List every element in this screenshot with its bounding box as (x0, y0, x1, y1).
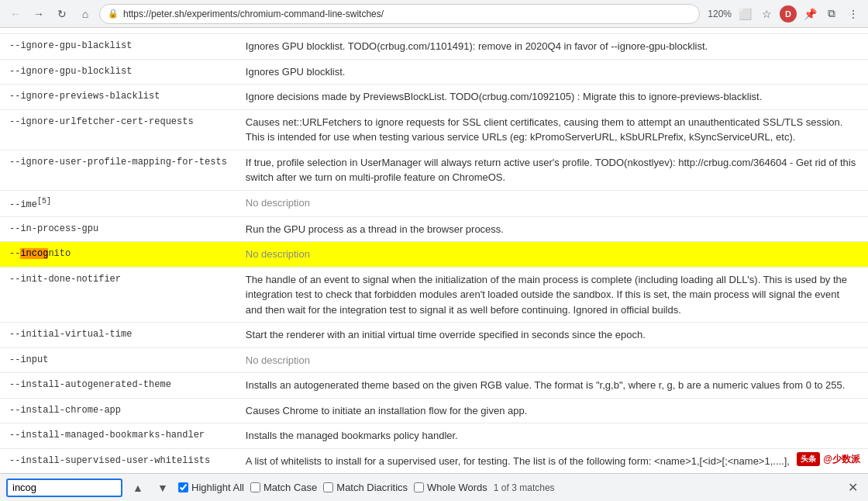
table-row: --ignore-user-profile-mapping-for-testsI… (0, 150, 868, 190)
find-bar: ▲ ▼ Highlight All Match Case Match Diacr… (0, 473, 868, 501)
no-description-text: No description (246, 248, 310, 260)
match-diacritics-text: Match Diacritics (336, 482, 408, 493)
description-cell: A list of whitelists to install for a su… (236, 448, 868, 473)
zoom-level: 120% (708, 9, 732, 19)
find-input[interactable] (6, 479, 122, 497)
table-row: --ignore-gpu-blacklistIgnores GPU blockl… (0, 34, 868, 60)
description-cell: Installs the managed bookmarks policy ha… (236, 423, 868, 449)
description-cell: No description (236, 242, 868, 268)
switch-cell: --install-autogenerated-theme (0, 373, 236, 399)
pin-button[interactable]: 📌 (801, 5, 818, 22)
switch-cell: --in-process-gpu (0, 216, 236, 242)
refresh-button[interactable]: ↻ (53, 5, 71, 23)
description-cell: Ignores GPU blocklist. TODO(crbug.com/11… (236, 34, 868, 60)
whole-words-checkbox[interactable] (414, 482, 424, 492)
switch-cell: --ignore-user-profile-mapping-for-tests (0, 150, 236, 190)
switch-cell: --install-managed-bookmarks-handler (0, 423, 236, 449)
extensions-button[interactable]: ⧉ (823, 5, 840, 22)
search-highlight: incog (20, 248, 48, 259)
watermark: 头条 @少数派 (797, 452, 860, 466)
description-cell: Run the GPU process as a thread in the b… (236, 216, 868, 242)
switch-cell: --input (0, 347, 236, 373)
back-button[interactable]: ← (6, 5, 25, 23)
table-row: --install-supervised-user-whitelistsA li… (0, 448, 868, 473)
switch-cell: --init-done-notifier (0, 267, 236, 323)
table-row: --incognitoNo description (0, 242, 868, 268)
switch-cell: --install-chrome-app (0, 398, 236, 423)
more-button[interactable]: ⋮ (845, 5, 862, 22)
description-cell: No description (236, 347, 868, 373)
table-row: --ignore-gpu-blocklistIgnores GPU blockl… (0, 59, 868, 85)
find-next-button[interactable]: ▼ (153, 479, 172, 497)
table-row: --install-chrome-appCauses Chrome to ini… (0, 398, 868, 423)
footnote-sup: [5] (37, 197, 51, 206)
home-button[interactable]: ⌂ (76, 5, 95, 23)
table-row: --ignore-urlfetcher-cert-requestsCauses … (0, 109, 868, 150)
address-bar: 🔒 https://peter.sh/experiments/chromium-… (99, 4, 700, 24)
table-row: --initial-virtual-timeStart the renderer… (0, 323, 868, 348)
description-cell: Ignore decisions made by PreviewsBlockLi… (236, 85, 868, 110)
description-cell: Start the renderer with an initial virtu… (236, 323, 868, 348)
highlight-all-text: Highlight All (191, 482, 244, 493)
no-description-text: No description (246, 197, 310, 209)
switch-cell: --install-supervised-user-whitelists (0, 448, 236, 473)
description-cell: If true, profile selection in UserManage… (236, 150, 868, 190)
switches-table: --ignore-certificate-errors-spki-listby … (0, 28, 868, 473)
table-row: --in-process-gpuRun the GPU process as a… (0, 216, 868, 242)
switch-cell: --incognito (0, 242, 236, 268)
table-row: --install-managed-bookmarks-handlerInsta… (0, 423, 868, 449)
switch-cell: --ime[5] (0, 190, 236, 216)
watermark-text: @少数派 (823, 453, 860, 466)
description-cell: Ignores GPU blocklist. (236, 59, 868, 85)
description-cell: When set, this will ignore the PortPermi… (236, 28, 868, 34)
match-case-text: Match Case (264, 482, 317, 493)
switch-cell: --ignore-google-port-numbers (0, 28, 236, 34)
switch-cell: --initial-virtual-time (0, 323, 236, 348)
match-diacritics-label[interactable]: Match Diacritics (323, 482, 408, 493)
find-result: 1 of 3 matches (494, 482, 555, 493)
description-cell: Installs an autogenerated theme based on… (236, 373, 868, 399)
table-row: --ignore-previews-blacklistIgnore decisi… (0, 85, 868, 110)
highlight-all-checkbox[interactable] (178, 482, 188, 492)
table-row: --inputNo description (0, 347, 868, 373)
highlight-all-label[interactable]: Highlight All (178, 482, 244, 493)
find-close-button[interactable]: ✕ (843, 479, 862, 497)
browser-chrome: ← → ↻ ⌂ 🔒 https://peter.sh/experiments/c… (0, 0, 868, 28)
table-row: --ignore-google-port-numbersWhen set, th… (0, 28, 868, 34)
description-cell: Causes net::URLFetchers to ignore reques… (236, 109, 868, 150)
url-display[interactable]: https://peter.sh/experiments/chromium-co… (123, 9, 691, 19)
whole-words-label[interactable]: Whole Words (414, 482, 487, 493)
description-cell: No description (236, 190, 868, 216)
find-prev-button[interactable]: ▲ (129, 479, 147, 497)
table-row: --init-done-notifierThe handle of an eve… (0, 267, 868, 323)
switch-cell: --ignore-gpu-blocklist (0, 59, 236, 85)
switch-cell: --ignore-gpu-blacklist (0, 34, 236, 60)
screenshot-icon[interactable]: ⬜ (736, 5, 753, 22)
no-description-text: No description (246, 354, 310, 366)
table-row: --install-autogenerated-themeInstalls an… (0, 373, 868, 399)
switch-cell: --ignore-previews-blacklist (0, 85, 236, 110)
table-row: --ime[5]No description (0, 190, 868, 216)
description-cell: Causes Chrome to initiate an installatio… (236, 398, 868, 423)
match-case-label[interactable]: Match Case (250, 482, 317, 493)
match-diacritics-checkbox[interactable] (323, 482, 333, 492)
forward-button[interactable]: → (29, 5, 48, 23)
profile-button[interactable]: D (780, 5, 797, 22)
match-case-checkbox[interactable] (250, 482, 260, 492)
lock-icon: 🔒 (108, 9, 119, 19)
whole-words-text: Whole Words (427, 482, 487, 493)
content-area: --ignore-certificate-errors-spki-listby … (0, 28, 868, 473)
switch-cell: --ignore-urlfetcher-cert-requests (0, 109, 236, 150)
star-button[interactable]: ☆ (758, 5, 775, 22)
description-cell: The handle of an event to signal when th… (236, 267, 868, 323)
watermark-logo: 头条 (797, 452, 820, 466)
